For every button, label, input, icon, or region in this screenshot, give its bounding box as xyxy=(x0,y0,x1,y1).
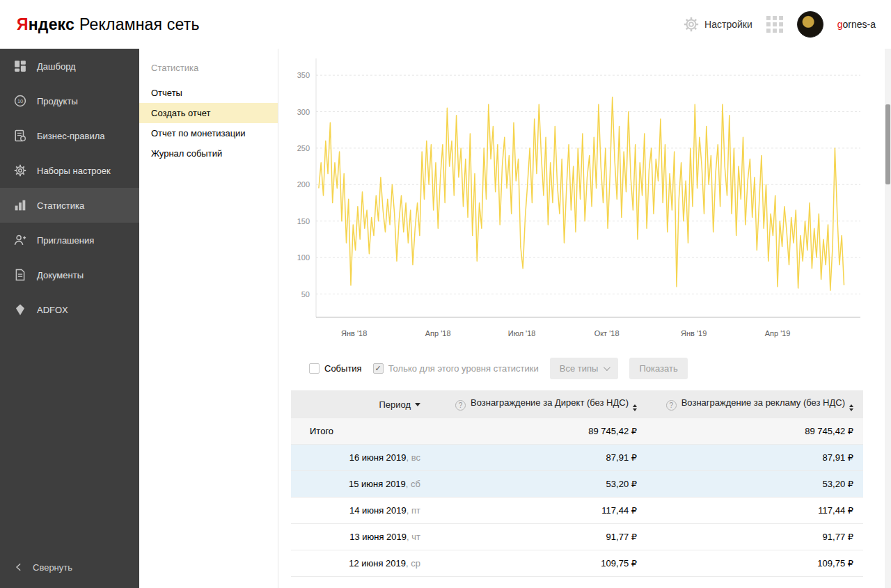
submenu-item[interactable]: Отчет по монетизации xyxy=(139,123,278,143)
table-row: 12 июня 2019, ср 109,75 ₽ 109,75 ₽ xyxy=(291,550,863,577)
svg-text:250: 250 xyxy=(297,144,310,152)
total-label: Итого xyxy=(291,418,430,445)
collapse-label: Свернуть xyxy=(33,562,72,573)
collapse-sidebar-button[interactable]: Свернуть xyxy=(0,552,139,582)
revenue-chart: 50100150200250300350Янв '18Апр '18Июл '1… xyxy=(291,54,865,347)
row-direct-value: 91,77 ₽ xyxy=(430,524,647,550)
table-row: 16 июня 2019, вс 87,91 ₽ 87,91 ₽ xyxy=(291,445,863,471)
adfox-icon xyxy=(14,303,26,316)
submenu-item[interactable]: Отчеты xyxy=(139,83,278,103)
row-direct-value: 117,44 ₽ xyxy=(430,498,647,524)
table-row: 14 июня 2019, пт 117,44 ₽ 117,44 ₽ xyxy=(291,498,863,524)
sidebar-item-statistics[interactable]: Статистика xyxy=(0,188,139,223)
table-header-ads[interactable]: ?Вознаграждение за рекламу (без НДС) xyxy=(647,390,863,418)
row-day-of-week: , чт xyxy=(407,532,420,542)
row-day-of-week: , ср xyxy=(406,558,420,569)
sort-updown-icon xyxy=(633,404,637,411)
sidebar-item-dashboard[interactable]: Дашборд xyxy=(0,49,139,84)
row-day-of-week: , вс xyxy=(407,452,420,463)
row-direct-value: 109,75 ₽ xyxy=(430,550,647,577)
header-right: Настройки gornes-a xyxy=(684,11,876,38)
show-button[interactable]: Показать xyxy=(629,358,687,379)
event-types-dropdown[interactable]: Все типы xyxy=(550,358,619,379)
total-ads-value: 89 745,42 ₽ xyxy=(647,418,863,445)
sidebar-item-invitations[interactable]: Приглашения xyxy=(0,223,139,257)
row-day-of-week: , сб xyxy=(406,479,420,489)
event-types-dropdown-label: Все типы xyxy=(560,363,599,374)
show-button-label: Показать xyxy=(639,363,677,374)
logo-product-name: Рекламная сеть xyxy=(79,15,200,33)
username[interactable]: gornes-a xyxy=(837,19,876,30)
settings-label: Настройки xyxy=(704,19,752,30)
svg-text:350: 350 xyxy=(297,71,310,79)
total-direct-value: 89 745,42 ₽ xyxy=(430,418,647,445)
products-icon: 10 xyxy=(14,95,26,107)
events-checkbox[interactable]: События xyxy=(309,363,362,374)
events-checkbox-label: События xyxy=(324,363,362,374)
scrollbar-thumb[interactable] xyxy=(885,104,890,184)
table-total-row: Итого 89 745,42 ₽ 89 745,42 ₽ xyxy=(291,418,863,445)
settings-sets-icon xyxy=(14,164,26,177)
statistics-icon xyxy=(14,199,26,212)
svg-text:150: 150 xyxy=(297,217,310,225)
svg-text:10: 10 xyxy=(17,98,23,104)
row-ads-value: 53,20 ₽ xyxy=(647,471,863,498)
submenu-item[interactable]: Создать отчет xyxy=(139,103,278,123)
yandex-logo[interactable]: ЯндексРекламная сеть xyxy=(17,15,200,34)
main-content: 50100150200250300350Янв '18Апр '18Июл '1… xyxy=(278,49,891,588)
row-date: 12 июня 2019 xyxy=(349,558,406,569)
events-checkbox-box[interactable] xyxy=(309,363,320,374)
table-row: 15 июня 2019, сб 53,20 ₽ 53,20 ₽ xyxy=(291,471,863,498)
statistics-submenu: Статистика Отчеты Создать отчет Отчет по… xyxy=(139,49,278,588)
top-header: ЯндексРекламная сеть Настройки gornes-a xyxy=(0,0,891,49)
svg-text:Апр '19: Апр '19 xyxy=(765,329,791,337)
row-direct-value: 87,91 ₽ xyxy=(430,445,647,471)
help-icon[interactable]: ? xyxy=(455,400,466,411)
sidebar-item-business-rules[interactable]: Бизнес-правила xyxy=(0,118,139,153)
sort-desc-icon xyxy=(415,403,420,406)
invitations-icon xyxy=(14,234,26,246)
submenu-item[interactable]: Журнал событий xyxy=(139,143,278,164)
documents-icon xyxy=(14,269,26,281)
table-header-period[interactable]: Период xyxy=(291,390,430,418)
chevron-down-icon xyxy=(604,364,610,371)
svg-text:Янв '19: Янв '19 xyxy=(681,329,707,337)
logo-brand: ндекс xyxy=(29,15,74,33)
sort-updown-icon xyxy=(849,404,853,411)
page-scrollbar xyxy=(885,49,891,588)
statistics-table: Период ?Вознаграждение за Директ (без НД… xyxy=(291,390,863,577)
dashboard-icon xyxy=(14,60,26,72)
table-row: 13 июня 2019, чт 91,77 ₽ 91,77 ₽ xyxy=(291,524,863,550)
svg-text:100: 100 xyxy=(297,253,310,262)
row-direct-value: 53,20 ₽ xyxy=(430,471,647,498)
row-ads-value: 117,44 ₽ xyxy=(647,498,863,524)
row-ads-value: 87,91 ₽ xyxy=(647,445,863,471)
apps-grid-icon[interactable] xyxy=(766,16,783,33)
level-only-checkbox-box[interactable] xyxy=(373,363,384,374)
svg-text:Янв '18: Янв '18 xyxy=(341,329,367,337)
main-sidebar: Дашборд 10 Продукты Бизнес-правила Набор… xyxy=(0,49,139,588)
row-ads-value: 91,77 ₽ xyxy=(647,524,863,550)
help-icon[interactable]: ? xyxy=(666,400,677,411)
table-header-direct[interactable]: ?Вознаграждение за Директ (без НДС) xyxy=(430,390,647,418)
row-ads-value: 109,75 ₽ xyxy=(647,550,863,577)
level-only-checkbox-label: Только для этого уровня статистики xyxy=(388,363,539,374)
row-day-of-week: , пт xyxy=(407,505,420,516)
level-only-checkbox[interactable]: Только для этого уровня статистики xyxy=(373,363,539,374)
svg-text:Июл '18: Июл '18 xyxy=(508,329,536,337)
submenu-title: Статистика xyxy=(139,63,278,83)
row-date: 15 июня 2019 xyxy=(349,479,406,489)
sidebar-item-products[interactable]: 10 Продукты xyxy=(0,84,139,118)
sidebar-item-adfox[interactable]: ADFOX xyxy=(0,292,139,327)
sidebar-item-settings-sets[interactable]: Наборы настроек xyxy=(0,153,139,188)
logo-first-letter: Я xyxy=(17,15,29,33)
svg-text:Окт '18: Окт '18 xyxy=(594,329,620,337)
settings-button[interactable]: Настройки xyxy=(684,17,752,32)
svg-text:Апр '18: Апр '18 xyxy=(425,329,451,337)
svg-text:300: 300 xyxy=(297,108,310,116)
user-avatar[interactable] xyxy=(797,11,823,38)
sidebar-item-documents[interactable]: Документы xyxy=(0,257,139,292)
gear-icon xyxy=(684,17,699,32)
svg-text:50: 50 xyxy=(301,290,310,299)
row-date: 14 июня 2019 xyxy=(349,505,407,516)
